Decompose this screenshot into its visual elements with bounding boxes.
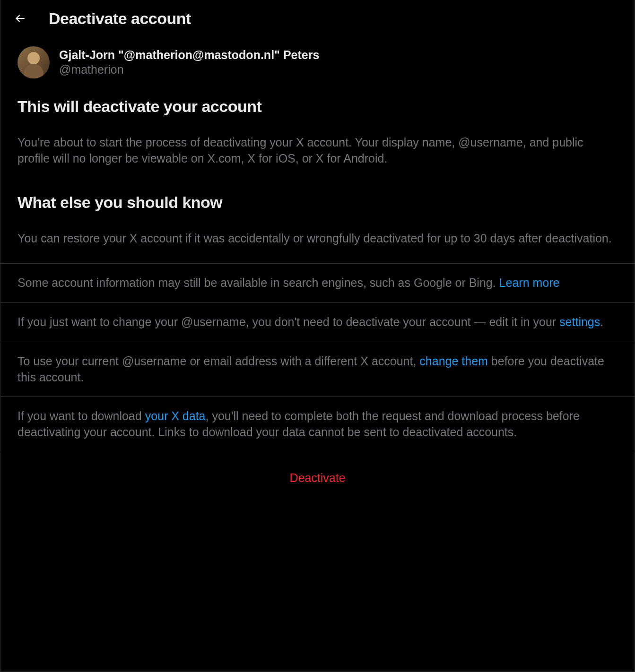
display-name: Gjalt-Jorn "@matherion@mastodon.nl" Pete… [59, 48, 319, 62]
deactivate-button[interactable]: Deactivate [289, 471, 345, 485]
page-header: Deactivate account [0, 0, 635, 37]
deactivate-row: Deactivate [0, 452, 635, 504]
info-text-4-before: If you want to download [17, 409, 145, 422]
user-info: Gjalt-Jorn "@matherion@mastodon.nl" Pete… [59, 48, 319, 77]
user-section[interactable]: Gjalt-Jorn "@matherion@mastodon.nl" Pete… [0, 37, 635, 88]
username: @matherion [59, 63, 319, 77]
back-button[interactable] [10, 9, 30, 28]
section-deactivate-warning: This will deactivate your account You're… [0, 88, 635, 184]
avatar [17, 46, 50, 78]
section-what-else: What else you should know You can restor… [0, 184, 635, 264]
section-text-2: You can restore your X account if it was… [17, 231, 618, 247]
info-text-3-before: To use your current @username or email a… [17, 354, 419, 368]
info-row-search-engines: Some account information may still be av… [0, 263, 635, 302]
deactivate-account-page: Deactivate account Gjalt-Jorn "@matherio… [0, 0, 635, 672]
section-heading-2: What else you should know [17, 193, 618, 212]
info-text-2-after: . [600, 315, 603, 328]
section-heading-1: This will deactivate your account [17, 97, 618, 116]
settings-link[interactable]: settings [559, 315, 600, 328]
info-row-username-change: If you just want to change your @usernam… [0, 302, 635, 342]
info-text-2-before: If you just want to change your @usernam… [17, 315, 559, 328]
change-them-link[interactable]: change them [419, 354, 488, 368]
section-text-1: You're about to start the process of dea… [17, 135, 618, 167]
page-title: Deactivate account [49, 9, 191, 28]
info-row-change-them: To use your current @username or email a… [0, 342, 635, 397]
info-row-download-data: If you want to download your X data, you… [0, 396, 635, 452]
arrow-left-icon [14, 12, 26, 25]
learn-more-link[interactable]: Learn more [499, 276, 560, 289]
your-x-data-link[interactable]: your X data [145, 409, 206, 422]
info-text-1: Some account information may still be av… [17, 276, 499, 289]
